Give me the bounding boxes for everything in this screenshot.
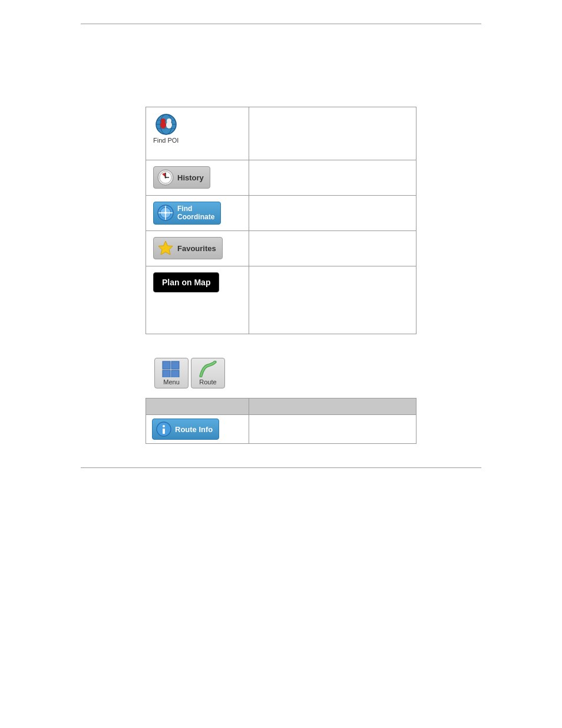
- route-info-desc: [249, 415, 416, 444]
- route-label: Route: [199, 378, 216, 386]
- find-poi-label: Find POI: [153, 137, 178, 144]
- find-coord-desc: [249, 196, 416, 231]
- menu-button[interactable]: Menu: [154, 358, 189, 388]
- svg-rect-22: [171, 361, 179, 369]
- find-poi-icon: [155, 113, 177, 136]
- table-row: Plan on Map: [146, 266, 416, 334]
- plan-on-map-cell: Plan on Map: [146, 266, 249, 334]
- svg-rect-21: [163, 361, 170, 369]
- favourites-button[interactable]: Favourites: [153, 237, 223, 259]
- route-info-button[interactable]: Route Info: [152, 419, 219, 440]
- svg-marker-20: [158, 241, 173, 255]
- favourites-desc: [249, 231, 416, 266]
- find-coordinate-label: FindCoordinate: [177, 205, 214, 222]
- find-coordinate-icon: [157, 205, 174, 221]
- history-label: History: [177, 173, 204, 182]
- favourites-cell: Favourites: [146, 231, 249, 266]
- route-table: Route Info: [146, 398, 416, 444]
- find-coord-cell: FindCoordinate: [146, 196, 249, 231]
- menu-icon: [162, 361, 181, 377]
- route-table-header-row: [146, 398, 416, 415]
- bottom-divider: [81, 467, 481, 468]
- svg-point-26: [163, 425, 165, 427]
- table-row: History: [146, 160, 416, 196]
- bottom-toolbar: Menu Route: [154, 358, 225, 388]
- main-nav-table: Find POI: [146, 107, 416, 334]
- find-poi-button[interactable]: Find POI: [153, 113, 178, 144]
- route-info-label: Route Info: [175, 425, 213, 434]
- table-row: Favourites: [146, 231, 416, 266]
- table-row: Route Info: [146, 415, 416, 444]
- route-col1-header: [146, 398, 249, 415]
- favourites-icon: [157, 240, 174, 256]
- main-nav-table-wrapper: Find POI: [146, 107, 416, 334]
- svg-rect-27: [163, 429, 165, 434]
- top-divider: [81, 24, 481, 24]
- table-row: FindCoordinate: [146, 196, 416, 231]
- favourites-label: Favourites: [177, 244, 216, 253]
- route-info-cell: Route Info: [146, 415, 249, 444]
- route-info-icon: [156, 421, 171, 437]
- history-desc: [249, 160, 416, 196]
- history-icon: [157, 169, 174, 186]
- route-button[interactable]: Route: [191, 358, 225, 388]
- svg-rect-23: [163, 370, 170, 377]
- find-poi-cell: Find POI: [146, 107, 249, 160]
- svg-point-19: [164, 212, 167, 214]
- route-table-wrapper: Route Info: [146, 398, 416, 444]
- history-cell: History: [146, 160, 249, 196]
- find-poi-desc: [249, 107, 416, 160]
- svg-rect-24: [171, 370, 179, 377]
- plan-on-map-button[interactable]: Plan on Map: [153, 272, 219, 292]
- history-button[interactable]: History: [153, 166, 210, 189]
- table-row: Find POI: [146, 107, 416, 160]
- route-icon: [199, 361, 217, 377]
- svg-point-6: [160, 121, 166, 129]
- find-coordinate-button[interactable]: FindCoordinate: [153, 202, 221, 225]
- svg-point-8: [166, 121, 172, 129]
- svg-point-14: [165, 177, 167, 179]
- route-col2-header: [249, 398, 416, 415]
- page-content: Find POI: [0, 0, 562, 492]
- plan-on-map-desc: [249, 266, 416, 334]
- menu-label: Menu: [163, 378, 180, 386]
